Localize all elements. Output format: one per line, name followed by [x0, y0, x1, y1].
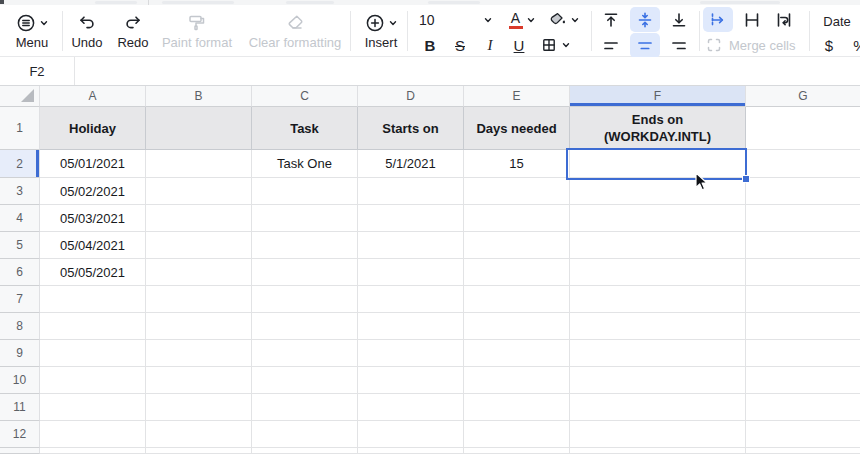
cell-G11[interactable] [746, 394, 860, 421]
cell-F3[interactable] [570, 178, 746, 205]
font-size-control[interactable]: 10 [412, 8, 500, 32]
redo-button[interactable]: Redo [110, 8, 156, 54]
halign-left-button[interactable] [596, 33, 626, 58]
cell-partial[interactable] [252, 448, 358, 454]
cell-B3[interactable] [146, 178, 252, 205]
cell-partial[interactable] [358, 448, 464, 454]
cell-G1[interactable] [746, 107, 860, 150]
cell-A5[interactable]: 05/04/2021 [40, 232, 146, 259]
cell-B6[interactable] [146, 259, 252, 286]
cell-G6[interactable] [746, 259, 860, 286]
column-header-A[interactable]: A [40, 86, 146, 107]
cell-B4[interactable] [146, 205, 252, 232]
row-header-5[interactable]: 5 [0, 232, 40, 259]
cell-C7[interactable] [252, 286, 358, 313]
row-header-7[interactable]: 7 [0, 286, 40, 313]
cell-partial[interactable] [40, 448, 146, 454]
column-header-G[interactable]: G [746, 86, 860, 107]
cell-A9[interactable] [40, 340, 146, 367]
cell-C9[interactable] [252, 340, 358, 367]
cell-E5[interactable] [464, 232, 570, 259]
cell-C5[interactable] [252, 232, 358, 259]
row-header-2[interactable]: 2 [0, 150, 40, 178]
italic-button[interactable]: I [477, 34, 503, 56]
cell-B5[interactable] [146, 232, 252, 259]
select-all-corner[interactable] [0, 86, 40, 107]
row-header-12[interactable]: 12 [0, 421, 40, 448]
cell-D2[interactable]: 5/1/2021 [358, 150, 464, 178]
cell-F11[interactable] [570, 394, 746, 421]
cell-C3[interactable] [252, 178, 358, 205]
cell-F10[interactable] [570, 367, 746, 394]
column-header-E[interactable]: E [464, 86, 570, 107]
cell-D1[interactable]: Starts on [358, 107, 464, 150]
halign-right-button[interactable] [664, 33, 694, 58]
cell-A12[interactable] [40, 421, 146, 448]
cell-E6[interactable] [464, 259, 570, 286]
text-overflow-button[interactable] [703, 7, 733, 32]
currency-format-button[interactable]: $ [817, 34, 841, 56]
valign-middle-button[interactable] [630, 7, 660, 32]
column-header-C[interactable]: C [252, 86, 358, 107]
cell-D8[interactable] [358, 313, 464, 340]
cell-D7[interactable] [358, 286, 464, 313]
cell-G12[interactable] [746, 421, 860, 448]
cell-E1[interactable]: Days needed [464, 107, 570, 150]
cell-F9[interactable] [570, 340, 746, 367]
percent-format-button[interactable]: % [846, 34, 860, 56]
row-header-3[interactable]: 3 [0, 178, 40, 205]
cell-F6[interactable] [570, 259, 746, 286]
cell-G4[interactable] [746, 205, 860, 232]
column-header-D[interactable]: D [358, 86, 464, 107]
cell-C2[interactable]: Task One [252, 150, 358, 178]
cell-D9[interactable] [358, 340, 464, 367]
cell-E12[interactable] [464, 421, 570, 448]
cell-C11[interactable] [252, 394, 358, 421]
cell-B9[interactable] [146, 340, 252, 367]
cell-A4[interactable]: 05/03/2021 [40, 205, 146, 232]
cell-B8[interactable] [146, 313, 252, 340]
undo-button[interactable]: Undo [64, 8, 110, 54]
menu-button[interactable]: Menu [6, 8, 58, 54]
cell-D10[interactable] [358, 367, 464, 394]
row-header-1[interactable]: 1 [0, 107, 40, 150]
column-header-F[interactable]: F [570, 86, 746, 107]
cell-partial[interactable] [146, 448, 252, 454]
cell-E8[interactable] [464, 313, 570, 340]
cell-B11[interactable] [146, 394, 252, 421]
cell-partial[interactable] [746, 448, 860, 454]
row-header-11[interactable]: 11 [0, 394, 40, 421]
cell-G5[interactable] [746, 232, 860, 259]
underline-button[interactable]: U [506, 34, 532, 56]
cell-E3[interactable] [464, 178, 570, 205]
cell-C6[interactable] [252, 259, 358, 286]
cell-D3[interactable] [358, 178, 464, 205]
cell-F8[interactable] [570, 313, 746, 340]
bold-button[interactable]: B [417, 34, 443, 56]
fill-color-button[interactable] [544, 8, 584, 32]
row-header-6[interactable]: 6 [0, 259, 40, 286]
cell-E11[interactable] [464, 394, 570, 421]
row-header-4[interactable]: 4 [0, 205, 40, 232]
cell-D4[interactable] [358, 205, 464, 232]
date-format-button[interactable]: Date [815, 11, 859, 31]
cell-A3[interactable]: 05/02/2021 [40, 178, 146, 205]
cell-A7[interactable] [40, 286, 146, 313]
text-wrap-button[interactable] [769, 7, 799, 32]
cell-G8[interactable] [746, 313, 860, 340]
row-header-partial[interactable] [0, 448, 40, 454]
cell-partial[interactable] [570, 448, 746, 454]
cell-E2[interactable]: 15 [464, 150, 570, 178]
cell-E9[interactable] [464, 340, 570, 367]
formula-input[interactable] [76, 57, 860, 85]
cell-F4[interactable] [570, 205, 746, 232]
cell-E4[interactable] [464, 205, 570, 232]
cell-A8[interactable] [40, 313, 146, 340]
row-header-10[interactable]: 10 [0, 367, 40, 394]
cell-partial[interactable] [464, 448, 570, 454]
cell-B12[interactable] [146, 421, 252, 448]
cell-G10[interactable] [746, 367, 860, 394]
cell-C8[interactable] [252, 313, 358, 340]
cell-E10[interactable] [464, 367, 570, 394]
column-header-B[interactable]: B [146, 86, 252, 107]
